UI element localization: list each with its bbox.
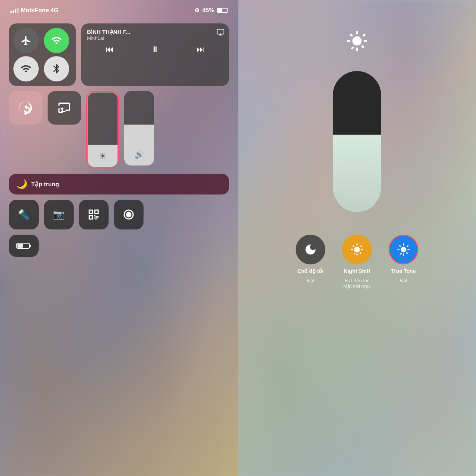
svg-point-1 [126, 212, 132, 218]
battery-row [9, 235, 229, 257]
brightness-slider-container: ☀ [86, 91, 119, 168]
prev-button[interactable]: ⏮ [106, 45, 114, 54]
brightness-light-section [333, 135, 381, 212]
qr-icon [87, 208, 100, 221]
next-button[interactable]: ⏭ [196, 45, 205, 54]
volume-slider[interactable]: 🔊 [124, 91, 154, 165]
night-shift-label: Night Shift [344, 268, 370, 274]
signal-bar-4 [17, 8, 19, 13]
dark-mode-icon [304, 243, 317, 256]
brightness-pill[interactable] [333, 71, 381, 212]
status-left: MobiFone 4G [10, 7, 58, 14]
night-shift-icon [350, 243, 364, 256]
record-icon [122, 208, 135, 221]
brightness-slider[interactable]: ☀ [88, 93, 118, 167]
qr-scanner-button[interactable] [79, 200, 109, 229]
focus-row: 🌙 Tập trung [9, 174, 229, 194]
screen-record-button[interactable] [114, 200, 144, 229]
play-pause-button[interactable]: ⏸ [151, 45, 159, 54]
bottom-buttons: Chế độ tối Bật Night Shift Bật đến lúc M… [296, 235, 418, 289]
airplay-icon[interactable] [216, 28, 225, 36]
right-panel: Chế độ tối Bật Night Shift Bật đến lúc M… [238, 0, 476, 476]
night-shift-group: Night Shift Bật đến lúc Mặt trời mọc [340, 235, 374, 289]
media-player-block: BÌNH THẠNH F... MinhLai ⏮ ⏸ ⏭ [81, 23, 229, 86]
carrier-label: MobiFone 4G [21, 7, 58, 14]
night-shift-sublabel: Bật đến lúc Mặt trời mọc [340, 278, 374, 289]
status-right: ⊕ 45% [194, 7, 228, 14]
sun-icon [346, 30, 368, 56]
media-title-label: BÌNH THẠNH F... [87, 29, 131, 35]
brightness-slider-wrap: ☀ [86, 91, 119, 168]
true-tone-label: True Tone [391, 268, 416, 274]
wifi-toggle-button[interactable] [13, 56, 39, 81]
signal-bar-3 [15, 9, 16, 13]
left-panel: MobiFone 4G ⊕ 45% [0, 0, 238, 476]
bluetooth-icon [51, 63, 62, 74]
true-tone-icon [397, 243, 410, 256]
signal-bar-1 [10, 11, 12, 13]
focus-button[interactable]: 🌙 Tập trung [9, 174, 229, 194]
airplane-icon [20, 35, 32, 46]
true-tone-button[interactable] [389, 235, 418, 264]
rotation-lock-button[interactable] [9, 91, 42, 125]
signal-bar-2 [13, 10, 14, 13]
battery-fill [218, 9, 222, 12]
airplane-mode-button[interactable] [13, 28, 39, 53]
control-center: BÌNH THẠNH F... MinhLai ⏮ ⏸ ⏭ [0, 17, 238, 263]
night-shift-button[interactable] [342, 235, 372, 264]
connectivity-block [9, 23, 76, 86]
wifi-icon [20, 63, 32, 74]
volume-icon: 🔊 [134, 150, 144, 160]
tools-row: 🔦 📷 [9, 200, 229, 229]
second-row: ☀ 🔊 [9, 91, 229, 168]
battery-widget-icon [16, 242, 31, 250]
signal-bars-icon [10, 8, 19, 13]
status-bar: MobiFone 4G ⊕ 45% [0, 0, 238, 17]
dark-mode-label: Chế độ tối [298, 268, 324, 274]
rotation-lock-icon [18, 100, 33, 115]
top-row: BÌNH THẠNH F... MinhLai ⏮ ⏸ ⏭ [9, 23, 229, 86]
volume-slider-container: 🔊 [124, 91, 154, 165]
media-artist-label: MinhLai [87, 35, 131, 41]
true-tone-group: True Tone Bật [389, 235, 418, 283]
screen-mirror-icon [57, 101, 71, 115]
flashlight-button[interactable]: 🔦 [9, 200, 39, 229]
battery-icon [217, 8, 228, 13]
panel-divider [238, 0, 238, 476]
battery-percent-label: 45% [202, 7, 214, 14]
screen-mirror-button[interactable] [48, 91, 81, 125]
true-tone-sublabel: Bật [400, 278, 407, 283]
dark-mode-button[interactable] [296, 235, 325, 264]
moon-icon: 🌙 [16, 179, 28, 189]
media-controls: ⏮ ⏸ ⏭ [87, 45, 223, 54]
wifi-button[interactable] [44, 28, 69, 53]
svg-rect-3 [17, 244, 23, 248]
bluetooth-button[interactable] [44, 56, 69, 81]
cellular-icon [51, 35, 62, 46]
brightness-dark-section [333, 71, 381, 135]
battery-widget-button[interactable] [9, 235, 39, 257]
svg-rect-4 [29, 245, 31, 247]
dark-mode-sublabel: Bật [307, 278, 314, 283]
dark-mode-group: Chế độ tối Bật [296, 235, 325, 283]
camera-button[interactable]: 📷 [44, 200, 74, 229]
brightness-icon: ☀ [99, 151, 106, 161]
focus-label: Tập trung [31, 181, 59, 188]
location-icon: ⊕ [194, 7, 199, 14]
media-info: BÌNH THẠNH F... MinhLai [87, 29, 223, 41]
